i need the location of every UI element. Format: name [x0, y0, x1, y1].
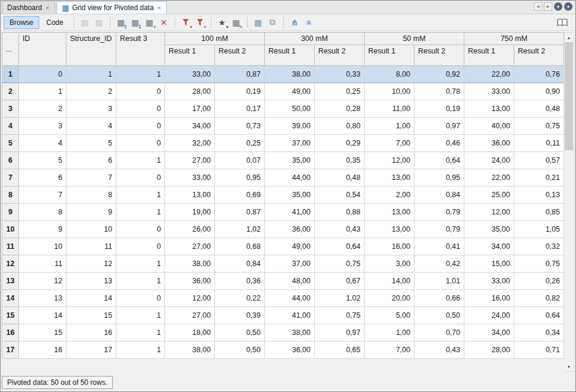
cell[interactable]: 9	[19, 221, 67, 238]
cell[interactable]: 38,00	[165, 255, 215, 273]
cell[interactable]: 1	[19, 83, 67, 100]
cell[interactable]: 0,97	[315, 324, 365, 342]
cell[interactable]: 0,64	[414, 152, 464, 169]
table-row[interactable]: 10910026,001,0236,000,4313,000,7935,001,…	[2, 221, 564, 238]
cell[interactable]: 1	[116, 273, 165, 290]
cell[interactable]: 0,64	[315, 238, 365, 255]
cell[interactable]: 12,00	[464, 204, 514, 221]
cell[interactable]: 1	[116, 152, 165, 169]
cell[interactable]: 36,00	[265, 342, 315, 359]
cell[interactable]: 33,00	[464, 83, 514, 100]
filter-rows-icon[interactable]: ▾	[179, 16, 192, 29]
cell[interactable]: 33,00	[464, 273, 514, 290]
cell[interactable]: 38,00	[265, 324, 315, 342]
cell[interactable]: 2	[19, 100, 67, 118]
cell[interactable]: 18,00	[165, 324, 215, 342]
list-view-icon[interactable]: ≡	[302, 16, 315, 29]
cell[interactable]: 0,43	[315, 221, 365, 238]
cell[interactable]: 0,19	[414, 100, 464, 118]
cell[interactable]: 27,00	[165, 307, 215, 324]
cell[interactable]: 0,79	[414, 221, 464, 238]
cell[interactable]: 0,95	[414, 169, 464, 186]
cell[interactable]: 0,25	[315, 83, 365, 100]
cell[interactable]: 3	[67, 100, 116, 118]
cell[interactable]: 0,43	[414, 342, 464, 359]
column-header-result-1[interactable]: Result 1	[464, 45, 514, 66]
cell[interactable]: 0,29	[315, 135, 365, 152]
add-rows-icon[interactable]: ▦+	[143, 16, 156, 29]
cell[interactable]: 0,71	[514, 342, 564, 359]
row-number[interactable]: 12	[2, 255, 19, 273]
cell[interactable]: 0,26	[514, 273, 564, 290]
cell[interactable]: 0,78	[414, 83, 464, 100]
cell[interactable]: 0,41	[414, 238, 464, 255]
table-row[interactable]: 212028,000,1949,000,2510,000,7833,000,90	[2, 83, 564, 100]
cell[interactable]: 12	[67, 255, 116, 273]
cell[interactable]: 0,75	[514, 255, 564, 273]
cell[interactable]: 0,73	[215, 118, 265, 135]
cell[interactable]: 11	[67, 238, 116, 255]
cell[interactable]: 0,46	[414, 135, 464, 152]
cell[interactable]: 8	[67, 186, 116, 204]
cell[interactable]: 0,07	[215, 152, 265, 169]
cell[interactable]: 40,00	[464, 118, 514, 135]
cell[interactable]: 1,01	[414, 273, 464, 290]
cell[interactable]: 0,85	[514, 204, 564, 221]
table-row[interactable]: 989119,000,8741,000,8813,000,7912,000,85	[2, 204, 564, 221]
cell[interactable]: 3,00	[365, 255, 414, 273]
cell[interactable]: 8	[19, 204, 67, 221]
column-header-result-2[interactable]: Result 2	[514, 45, 564, 66]
cell[interactable]: 0	[116, 100, 165, 118]
cell[interactable]: 14	[67, 290, 116, 307]
table-row[interactable]: 111011027,000,6849,000,6416,000,4134,000…	[2, 238, 564, 255]
table-row[interactable]: 434034,000,7339,000,801,000,9740,000,75	[2, 118, 564, 135]
cell[interactable]: 24,00	[464, 152, 514, 169]
cell[interactable]: 7,00	[365, 342, 414, 359]
cell[interactable]: 14	[19, 307, 67, 324]
scroll-down-button[interactable]: ▼	[564, 362, 574, 371]
table-row[interactable]: 101133,000,8738,000,338,000,9222,000,76	[2, 66, 564, 83]
cell[interactable]: 17,00	[165, 100, 215, 118]
cell[interactable]: 38,00	[165, 342, 215, 359]
window-menu-button[interactable]: ▼	[564, 2, 572, 11]
cell[interactable]: 33,00	[165, 66, 215, 83]
cell[interactable]: 0	[116, 290, 165, 307]
browse-tab[interactable]: Browse	[4, 16, 39, 29]
cell[interactable]: 0,80	[315, 118, 365, 135]
cell[interactable]: 19,00	[165, 204, 215, 221]
cell[interactable]: 26,00	[165, 221, 215, 238]
cell[interactable]: 7,00	[365, 135, 414, 152]
cell[interactable]: 17	[67, 342, 116, 359]
cell[interactable]: 0,65	[315, 342, 365, 359]
group-header-750mm[interactable]: 750 mM	[464, 33, 564, 45]
cell[interactable]: 35,00	[265, 152, 315, 169]
cell[interactable]: 36,00	[165, 273, 215, 290]
row-number[interactable]: 11	[2, 238, 19, 255]
row-number[interactable]: 4	[2, 118, 19, 135]
cell[interactable]: 0,66	[414, 290, 464, 307]
cell[interactable]: 36,00	[265, 221, 315, 238]
row-number[interactable]: 8	[2, 186, 19, 204]
favorites-icon[interactable]: ★▾	[216, 16, 229, 29]
cell[interactable]: 28,00	[464, 342, 514, 359]
cell[interactable]: 34,00	[464, 238, 514, 255]
cell[interactable]: 0,19	[215, 83, 265, 100]
cell[interactable]: 44,00	[265, 169, 315, 186]
cell[interactable]: 0,33	[315, 66, 365, 83]
cell[interactable]: 0,70	[414, 324, 464, 342]
cell[interactable]: 33,00	[165, 169, 215, 186]
cell[interactable]: 10	[19, 238, 67, 255]
row-number[interactable]: 13	[2, 273, 19, 290]
cell[interactable]: 0,25	[215, 135, 265, 152]
insert-row-below-icon[interactable]: ▦↧	[129, 16, 142, 29]
cell[interactable]: 1	[67, 66, 116, 83]
cell[interactable]: 10,00	[365, 83, 414, 100]
cell[interactable]: 15	[19, 324, 67, 342]
cell[interactable]: 1	[116, 255, 165, 273]
cell[interactable]: 38,00	[265, 66, 315, 83]
cell[interactable]: 1,05	[514, 221, 564, 238]
cell[interactable]: 12	[19, 273, 67, 290]
cell[interactable]: 0,42	[414, 255, 464, 273]
table-row[interactable]: 878113,000,6935,000,542,000,8425,000,13	[2, 186, 564, 204]
cell[interactable]: 5	[67, 135, 116, 152]
